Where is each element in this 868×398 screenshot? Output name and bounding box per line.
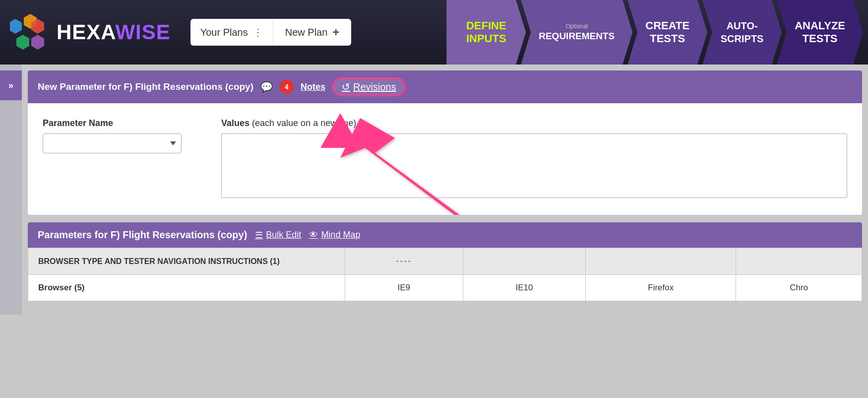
tab-requirements[interactable]: Optional Requirements — [521, 0, 632, 65]
tab-analyze-tests-label: ANALYZETESTS — [795, 19, 845, 46]
table-row: BROWSER TYPE AND TESTER NAVIGATION INSTR… — [28, 248, 862, 275]
tab-create-tests-label: CREATETESTS — [645, 19, 689, 46]
table-row: Browser (5) IE9 IE10 Firefox Chro — [28, 275, 862, 301]
comment-icon: 💬 — [260, 81, 273, 93]
top-nav: DEFINEINPUTS Optional Requirements CREAT… — [446, 0, 858, 65]
revisions-button[interactable]: ↺ Revisions — [332, 77, 406, 96]
parameters-table: BROWSER TYPE AND TESTER NAVIGATION INSTR… — [28, 248, 862, 301]
browser-group-value2 — [463, 248, 586, 275]
bulk-edit-link[interactable]: ☰ Bulk Edit — [255, 230, 301, 241]
browser-firefox: Firefox — [586, 275, 736, 301]
logo-hexa: HEXA — [57, 20, 115, 44]
sidebar: » — [0, 65, 22, 315]
logo-area: HEXAWISE — [10, 12, 171, 53]
requirements-optional-label: Optional — [565, 23, 588, 30]
tab-auto-scripts-label: Auto-Scripts — [721, 19, 764, 45]
svg-marker-2 — [31, 35, 44, 50]
notes-badge: 4 — [280, 80, 294, 94]
browser-group-value1: ---- — [345, 248, 463, 275]
tab-requirements-label: Requirements — [539, 31, 615, 42]
new-parameter-panel: New Parameter for F) Flight Reservations… — [28, 70, 862, 215]
param-name-label: Parameter Name — [43, 118, 201, 129]
panel2-title: Parameters for F) Flight Reservations (c… — [38, 229, 247, 241]
revisions-icon: ↺ — [342, 81, 350, 93]
browser-label: Browser (5) — [28, 275, 345, 301]
content-area: New Parameter for F) Flight Reservations… — [22, 65, 868, 315]
sidebar-toggle[interactable]: » — [0, 70, 22, 100]
new-plan-button[interactable]: New Plan + — [273, 19, 352, 46]
bulk-edit-label: Bulk Edit — [266, 230, 301, 240]
browser-group-value3 — [586, 248, 736, 275]
header: HEXAWISE Your Plans ⋮ New Plan + DEFINEI… — [0, 0, 868, 65]
browser-group-header: BROWSER TYPE AND TESTER NAVIGATION INSTR… — [28, 248, 345, 275]
parameters-panel: Parameters for F) Flight Reservations (c… — [28, 222, 862, 301]
values-label: Values (each value on a new line) — [221, 118, 847, 129]
panel1-title: New Parameter for F) Flight Reservations… — [38, 81, 253, 92]
browser-chrome: Chro — [736, 275, 862, 301]
logo-text: HEXAWISE — [57, 20, 171, 44]
logo-hexagons-icon — [10, 12, 51, 53]
param-name-section: Parameter Name — [43, 118, 201, 200]
values-textarea[interactable] — [221, 133, 847, 198]
tab-analyze-tests[interactable]: ANALYZETESTS — [777, 0, 863, 65]
new-plan-plus-icon: + — [332, 25, 339, 39]
values-hint: (each value on a new line) — [252, 118, 356, 128]
bulk-edit-icon: ☰ — [255, 230, 263, 241]
mind-map-link[interactable]: 👁 Mind Map — [309, 230, 360, 240]
mind-map-icon: 👁 — [309, 230, 318, 240]
svg-marker-3 — [16, 35, 29, 50]
tab-create-tests[interactable]: CREATETESTS — [627, 0, 707, 65]
param-name-select-wrapper — [43, 133, 182, 153]
revisions-label: Revisions — [353, 81, 396, 93]
tab-auto-scripts[interactable]: Auto-Scripts — [702, 0, 782, 65]
parameter-form: Parameter Name Values (each value on a n… — [28, 103, 862, 215]
param-name-select[interactable] — [43, 133, 182, 153]
sidebar-toggle-icon: » — [8, 80, 13, 91]
logo-wise: WISE — [115, 20, 170, 44]
browser-ie10: IE10 — [463, 275, 586, 301]
tab-define-inputs-label: DEFINEINPUTS — [466, 19, 506, 46]
mind-map-label: Mind Map — [321, 230, 360, 240]
values-label-text: Values — [221, 118, 249, 128]
menu-dots-icon[interactable]: ⋮ — [253, 26, 263, 38]
form-with-arrow: Parameter Name Values (each value on a n… — [28, 103, 862, 215]
main-layout: » New Parameter for F) Flight Reservatio… — [0, 65, 868, 315]
nav-plans: Your Plans ⋮ New Plan + — [190, 19, 352, 46]
values-section: Values (each value on a new line) — [221, 118, 847, 200]
notes-link[interactable]: Notes — [301, 82, 325, 92]
browser-group-value4 — [736, 248, 862, 275]
tab-define-inputs[interactable]: DEFINEINPUTS — [446, 0, 526, 65]
browser-ie9: IE9 — [345, 275, 463, 301]
panel1-header: New Parameter for F) Flight Reservations… — [28, 70, 862, 103]
new-plan-label: New Plan — [285, 27, 328, 38]
your-plans-button[interactable]: Your Plans ⋮ — [190, 19, 273, 46]
panel2-header: Parameters for F) Flight Reservations (c… — [28, 222, 862, 248]
your-plans-label: Your Plans — [200, 27, 248, 38]
